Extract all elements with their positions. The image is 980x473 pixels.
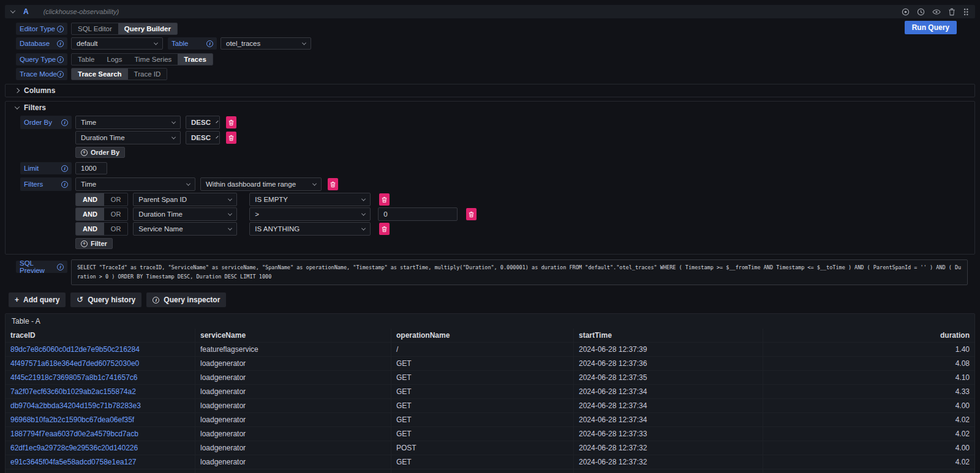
trace-id-link[interactable]: 62df1ec9a29728c9e29536c20d140226 [6,441,195,455]
clock-icon[interactable] [917,8,925,16]
or-option[interactable]: OR [104,208,128,220]
service-name-cell: loadgenerator [195,469,391,473]
limit-input[interactable]: 1000 [75,162,107,174]
info-icon[interactable]: i [206,40,213,47]
collapse-chevron-icon[interactable] [10,8,15,13]
columns-section: Columns [5,84,975,97]
eye-icon[interactable] [932,8,941,16]
start-time-cell: 2024-06-28 12:37:34 [574,385,763,398]
query-type-toggle: Table Logs Time Series Traces [71,53,213,65]
trash-icon[interactable] [948,8,956,16]
info-icon[interactable]: i [57,56,64,63]
bool-operator-toggle: AND OR [75,193,128,206]
column-header-starttime[interactable]: startTime [574,329,763,342]
and-option[interactable]: AND [76,208,104,220]
and-option[interactable]: AND [76,193,104,206]
database-select[interactable]: default [71,37,163,50]
order-by-field-select[interactable]: Duration Time [75,131,181,144]
info-icon[interactable]: i [57,264,64,270]
start-time-cell: 2024-06-28 12:37:34 [574,413,763,426]
column-header-traceid[interactable]: traceID [6,329,195,342]
trace-mode-row: Trace Mode i Trace Search Trace ID [16,68,975,80]
remove-order-by-button[interactable] [226,116,236,128]
info-icon[interactable]: i [57,40,64,47]
table-select[interactable]: otel_traces [221,37,311,50]
or-option[interactable]: OR [104,193,128,206]
filter-condition-row-1: AND OR Parent Span ID IS EMPTY [20,193,974,206]
query-row-header[interactable]: A (clickhouse-observability) [5,5,975,18]
table-row: 4f45c21918c73698057a8b1c741657c6 loadgen… [6,370,974,384]
info-icon[interactable]: i [61,181,68,188]
trace-id-link[interactable]: db9704a2bbda34204d159c71b78283e3 [6,399,195,412]
remove-filter-button[interactable] [466,208,477,220]
time-filter-row: Filters i Time Within dashboard time ran… [20,177,974,191]
filter-value-input[interactable]: 0 [378,207,458,221]
service-name-cell: loadgenerator [195,385,391,398]
editor-type-toggle: SQL Editor Query Builder [71,23,178,35]
column-header-duration[interactable]: duration [763,329,974,342]
trace-id-link[interactable]: 1887794f7eaa6037d0e2a4579bcd7acb [6,427,195,441]
query-type-row: Query Type i Table Logs Time Series Trac… [16,53,975,65]
filter-operator-select[interactable]: > [249,207,371,221]
column-header-servicename[interactable]: serviceName [195,329,391,342]
trace-id-link[interactable]: 7a2f07ecf63c60b1029ab2ac155874a2 [6,385,195,398]
service-name-cell: loadgenerator [195,427,391,441]
operation-name-cell: GET [391,385,574,398]
filter-field-select[interactable]: Service Name [133,222,237,236]
run-query-button[interactable]: Run Query [905,21,957,34]
record-circle-icon[interactable] [902,8,910,16]
sql-editor-option[interactable]: SQL Editor [72,23,118,34]
query-type-timeseries-option[interactable]: Time Series [128,54,178,65]
filter-field-select[interactable]: Duration Time [133,207,237,221]
remove-order-by-button[interactable] [226,132,236,144]
add-query-button[interactable]: + Add query [9,292,66,307]
order-by-field-select[interactable]: Time [75,116,181,129]
trace-id-link[interactable]: 4f497571a618e364ed7ded60752030e0 [6,357,195,370]
trace-id-link[interactable]: 4f45c21918c73698057a8b1c741657c6 [6,371,195,384]
filter-operator-select[interactable]: IS ANYTHING [249,222,371,236]
order-by-direction-select[interactable]: DESC [186,131,220,144]
or-option[interactable]: OR [104,223,128,235]
query-type-traces-option[interactable]: Traces [178,54,212,65]
trace-id-link[interactable]: e91c3645f04fa5e58adcd0758e1ea127 [6,455,195,469]
info-icon: i [153,297,159,304]
column-header-operationname[interactable]: operationName [391,329,574,342]
add-order-by-button[interactable]: + Order By [75,147,125,158]
query-footer: + Add query ↺ Query history i Query insp… [9,292,975,307]
drag-handle-icon[interactable] [963,8,969,16]
info-icon[interactable]: i [57,71,64,78]
table-row: db9704a2bbda34204d159c71b78283e3 loadgen… [6,398,974,412]
trace-search-option[interactable]: Trace Search [72,69,128,80]
query-history-button[interactable]: ↺ Query history [70,292,141,307]
table-row: 62df1ec9a29728c9e29536c20d140226 loadgen… [6,441,974,455]
filter-field-select[interactable]: Time [75,177,195,191]
plus-circle-icon: + [81,149,88,156]
remove-filter-button[interactable] [379,193,390,206]
columns-section-header[interactable]: Columns [6,84,974,97]
trace-id-link[interactable]: 89dc7e8c6060c0d12de7e9b50c216284 [6,343,195,356]
sql-preview-row: SQL Preview i SELECT "TraceId" as traceI… [16,259,975,285]
info-icon[interactable]: i [57,26,64,32]
query-builder-option[interactable]: Query Builder [118,23,177,34]
info-icon[interactable]: i [61,119,68,126]
filter-operator-select[interactable]: Within dashboard time range [200,177,322,191]
trace-id-option[interactable]: Trace ID [128,69,167,80]
start-time-cell: 2024-06-28 12:37:39 [574,343,763,356]
start-time-cell: 2024-06-28 12:37:32 [574,469,763,473]
add-filter-button[interactable]: + Filter [75,238,113,249]
trace-id-link[interactable]: 96968b10fa2b2c1590bc67dea06ef35f [6,413,195,426]
filter-operator-select[interactable]: IS EMPTY [249,193,371,206]
query-inspector-button[interactable]: i Query inspector [146,292,226,307]
and-option[interactable]: AND [76,223,104,235]
filter-field-select[interactable]: Parent Span ID [133,193,237,206]
filters-section-header[interactable]: Filters [6,102,974,114]
query-type-logs-option[interactable]: Logs [101,54,129,65]
trace-id-link[interactable]: e67ee7b53870d4c864ca50409ca0e64c [6,469,195,473]
add-order-by-row: + Order By [20,147,974,158]
order-by-direction-select[interactable]: DESC [186,116,220,129]
info-icon[interactable]: i [61,165,68,172]
query-type-table-option[interactable]: Table [72,54,101,65]
remove-filter-button[interactable] [379,223,390,235]
remove-filter-button[interactable] [328,178,338,190]
panel-title: Table - A [6,314,974,329]
